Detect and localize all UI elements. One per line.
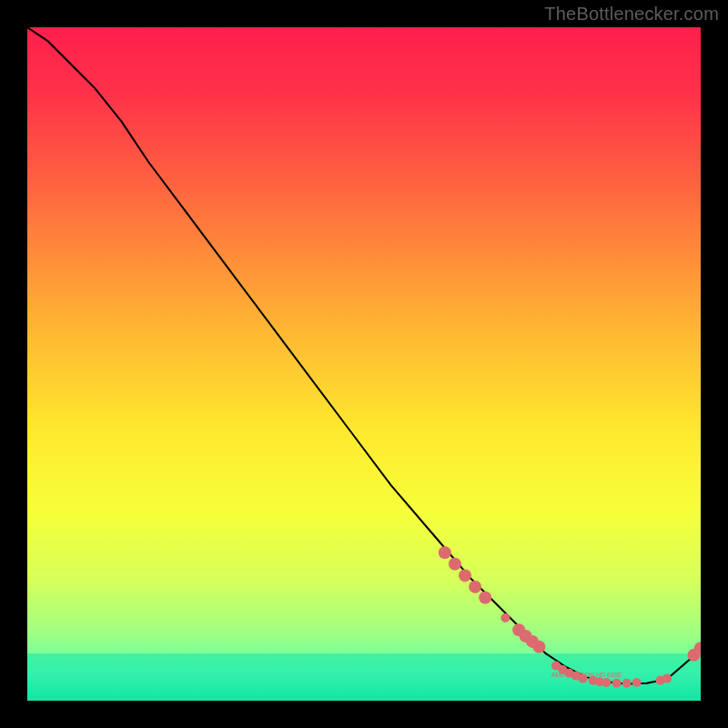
marker-point — [602, 678, 611, 687]
marker-point — [662, 674, 672, 683]
marker-point — [532, 641, 545, 653]
attribution-text: TheBottlenecker.com — [544, 4, 719, 25]
marker-point — [479, 592, 491, 604]
marker-point — [622, 679, 632, 688]
marker-point — [449, 558, 461, 571]
marker-label: AMD RADEON HD 6850 — [551, 672, 622, 678]
marker-point — [612, 679, 622, 688]
marker-point — [469, 581, 481, 593]
chart-container: TheBottlenecker.com AMD RADEON HD 6850 — [0, 0, 728, 728]
chart-svg: AMD RADEON HD 6850 — [27, 27, 701, 701]
marker-point — [500, 613, 510, 622]
plot-area: AMD RADEON HD 6850 — [27, 27, 701, 701]
marker-point — [632, 678, 642, 687]
marker-point — [459, 569, 471, 581]
marker-point — [439, 546, 451, 559]
gradient-background — [27, 27, 701, 701]
